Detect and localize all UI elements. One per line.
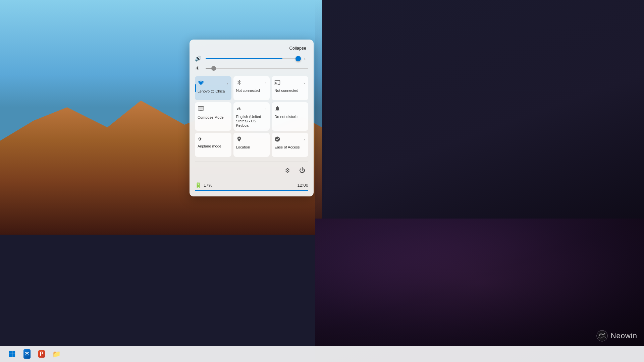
wifi-expand-arrow[interactable]: › [226, 81, 229, 86]
file-explorer-button[interactable]: 📁 [50, 347, 63, 361]
bluetooth-icon [236, 79, 242, 86]
cast-expand-arrow[interactable]: › [303, 80, 306, 86]
tile-cast[interactable]: › Not connected [272, 76, 308, 100]
action-center-panel: Collapse 🔊 › ☀ [190, 40, 314, 196]
windows-logo-icon [8, 350, 16, 358]
tile-location[interactable]: Location [233, 133, 270, 157]
svg-rect-2 [199, 107, 203, 110]
volume-slider[interactable] [206, 58, 298, 59]
dnd-tile-top [274, 106, 306, 113]
svg-rect-5 [9, 351, 12, 354]
cast-label: Not connected [274, 88, 298, 93]
bluetooth-label: Not connected [236, 88, 260, 93]
powerpoint-icon: P [38, 350, 45, 358]
tile-ease[interactable]: › Ease of Access [272, 133, 308, 157]
dnd-label: Do not disturb [274, 115, 297, 119]
keyboard-tile-top: › [236, 106, 267, 113]
dnd-icon [274, 106, 280, 113]
clock-display: 12:00 [297, 183, 308, 188]
tile-compose[interactable]: Compose Mode [195, 102, 231, 131]
bluetooth-expand-arrow[interactable]: › [265, 80, 267, 86]
volume-fill [206, 58, 282, 59]
airplane-tile-top: ✈ [198, 136, 229, 142]
brightness-thumb[interactable] [211, 66, 216, 71]
ease-label: Ease of Access [274, 145, 300, 149]
battery-icon: 🔋 [195, 182, 202, 188]
svg-rect-6 [12, 351, 15, 354]
ease-tile-top: › [274, 136, 306, 143]
powerpoint-app-button[interactable]: P [35, 347, 48, 361]
location-tile-top [236, 136, 267, 143]
taskbar: ✉ P 📁 [0, 346, 644, 362]
wifi-active-indicator [195, 84, 196, 92]
collapse-row: Collapse [195, 45, 308, 51]
keyboard-icon [236, 106, 242, 113]
svg-rect-7 [9, 354, 12, 357]
tile-dnd[interactable]: Do not disturb [272, 102, 308, 131]
keyboard-expand-arrow[interactable]: › [265, 107, 267, 112]
neowin-watermark: Neowin [596, 330, 637, 342]
location-icon [236, 136, 242, 143]
cast-icon [274, 79, 280, 86]
bluetooth-tile-top: › [236, 79, 267, 86]
tile-airplane[interactable]: ✈ Airplane mode [195, 133, 231, 157]
airplane-label: Airplane mode [198, 144, 221, 148]
neowin-logo-icon [596, 330, 608, 342]
mail-icon: ✉ [23, 349, 31, 359]
settings-icon: ⚙ [285, 167, 290, 174]
power-icon: ⏻ [299, 167, 305, 174]
ease-expand-arrow[interactable]: › [303, 137, 306, 142]
bottom-actions-row: ⚙ ⏻ [195, 162, 308, 177]
wifi-icon [198, 79, 204, 87]
ease-icon [274, 136, 280, 143]
tile-wifi[interactable]: › Lenovo @ Chica [195, 76, 231, 100]
laptop-bezel [315, 0, 644, 362]
svg-point-0 [201, 84, 202, 85]
battery-info: 🔋 17% [195, 182, 212, 188]
wifi-tile-top: › [198, 79, 229, 87]
volume-icon: 🔊 [195, 55, 202, 62]
brightness-row: ☀ [195, 65, 308, 71]
compose-label: Compose Mode [198, 115, 224, 120]
neowin-brand-text: Neowin [611, 331, 637, 340]
tray-info-row: 🔋 17% 12:00 [195, 180, 308, 188]
brightness-icon: ☀ [195, 65, 202, 71]
tile-bluetooth[interactable]: › Not connected [233, 76, 270, 100]
svg-rect-8 [12, 354, 15, 357]
mail-app-button[interactable]: ✉ [20, 347, 34, 361]
power-button[interactable]: ⏻ [296, 165, 308, 177]
start-button[interactable] [5, 347, 19, 361]
brightness-slider[interactable] [206, 68, 308, 69]
location-label: Location [236, 145, 250, 149]
cast-tile-top: › [274, 79, 306, 86]
compose-tile-top [198, 106, 229, 113]
volume-thumb[interactable] [296, 56, 301, 61]
battery-percent: 17% [204, 183, 212, 188]
panel-accent-line [195, 190, 308, 191]
compose-icon [198, 106, 204, 113]
quick-tiles-grid: › Lenovo @ Chica › Not connected [195, 76, 308, 157]
settings-button[interactable]: ⚙ [281, 165, 293, 177]
collapse-button[interactable]: Collapse [287, 45, 308, 51]
tile-keyboard[interactable]: › English (United States) - US Keyboa [233, 102, 270, 131]
airplane-icon: ✈ [198, 136, 203, 142]
wifi-label: Lenovo @ Chica [198, 89, 225, 94]
volume-row: 🔊 › [195, 55, 308, 62]
volume-expand-arrow[interactable]: › [302, 56, 308, 61]
keyboard-label: English (United States) - US Keyboa [236, 115, 267, 128]
file-explorer-icon: 📁 [52, 350, 61, 358]
